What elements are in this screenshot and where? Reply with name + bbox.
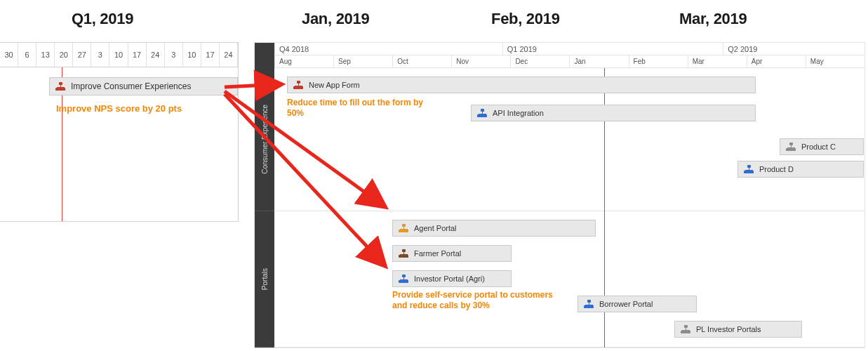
month-cell: Dec (510, 55, 569, 68)
feature-icon (293, 81, 303, 89)
bar-new-app-form[interactable]: New App Form (287, 77, 756, 93)
feature-icon (399, 224, 408, 232)
bar-label: Product C (801, 143, 836, 151)
bar-label: Agent Portal (414, 224, 457, 232)
feature-icon (584, 300, 594, 308)
month-cell: Apr (747, 55, 806, 68)
left-date-header: 30 6 13 20 27 3 10 17 24 3 10 17 24 (0, 42, 239, 67)
feature-icon (477, 109, 487, 117)
left-date-cell: 13 (36, 43, 55, 67)
chart-area[interactable]: New App Form API Integration Product C P… (274, 68, 864, 347)
swimlane-consumer-experience[interactable]: Consumer Experience (255, 68, 274, 211)
bar-label: Product D (759, 165, 794, 173)
left-roadmap-panel: 30 6 13 20 27 3 10 17 24 3 10 17 24 Impr… (0, 42, 239, 222)
header-q1: Q1, 2019 (72, 10, 133, 28)
note-form: Reduce time to fill out the form by 50% (287, 98, 427, 119)
quarter-cell: Q1 2019 (502, 43, 723, 55)
feature-icon (681, 325, 690, 333)
month-cell: Sep (333, 55, 392, 68)
bar-product-c[interactable]: Product C (780, 138, 864, 155)
right-roadmap-panel: Q4 2018 Q1 2019 Q2 2019 Aug Sep Oct Nov … (254, 42, 865, 348)
initiative-icon (55, 82, 65, 91)
left-note-nps: Improve NPS score by 20 pts (56, 102, 182, 115)
left-date-cell: 30 (0, 43, 18, 67)
feature-icon (399, 274, 408, 283)
month-cell: Mar (688, 55, 747, 68)
left-date-cell: 27 (73, 43, 91, 67)
bar-api-integration[interactable]: API Integration (471, 105, 756, 121)
bar-label: PL Investor Portals (696, 325, 761, 333)
bar-borrower-portal[interactable]: Borrower Portal (577, 296, 697, 312)
left-date-cell: 10 (183, 43, 201, 67)
month-cell: Nov (451, 55, 510, 68)
left-date-cell: 20 (55, 43, 73, 67)
left-date-cell: 17 (201, 43, 220, 67)
swimlane-labels: Consumer Experience Portals (255, 68, 274, 347)
left-date-cell: 3 (91, 43, 109, 67)
quarter-cell: Q4 2018 (274, 43, 502, 55)
left-date-cell: 24 (220, 43, 238, 67)
bar-investor-portal-agri[interactable]: Investor Portal (Agri) (392, 270, 512, 287)
header-jan: Jan, 2019 (302, 10, 369, 28)
bar-label: API Integration (493, 109, 544, 117)
swimlane-corner (255, 43, 274, 68)
note-portal: Provide self-service portal to customers… (392, 290, 554, 311)
left-date-cell: 3 (165, 43, 183, 67)
month-cell: May (806, 55, 864, 68)
header-feb: Feb, 2019 (491, 10, 560, 28)
bar-label: Borrower Portal (599, 300, 653, 308)
bar-label: Investor Portal (Agri) (414, 274, 485, 283)
feature-icon (786, 143, 796, 151)
quarter-header-row: Q4 2018 Q1 2019 Q2 2019 (274, 43, 864, 55)
initiative-bar-improve-consumer[interactable]: Improve Consumer Experiences (49, 77, 238, 95)
month-header-row: Aug Sep Oct Nov Dec Jan Feb Mar Apr May (274, 55, 864, 68)
left-date-cell: 10 (109, 43, 128, 67)
swimlane-portals[interactable]: Portals (255, 211, 274, 347)
bar-agent-portal[interactable]: Agent Portal (392, 220, 596, 237)
feature-icon (399, 249, 408, 258)
bar-label: New App Form (309, 81, 360, 89)
bar-label: Farmer Portal (414, 249, 461, 258)
left-date-cell: 24 (147, 43, 165, 67)
month-cell: Jan (569, 55, 628, 68)
initiative-label: Improve Consumer Experiences (71, 81, 191, 91)
bar-product-d[interactable]: Product D (737, 161, 864, 178)
month-cell: Oct (392, 55, 451, 68)
quarter-cell: Q2 2019 (723, 43, 864, 55)
bar-pl-investor-portals[interactable]: PL Investor Portals (674, 321, 802, 338)
feature-icon (744, 165, 754, 173)
left-date-cell: 17 (128, 43, 147, 67)
bar-farmer-portal[interactable]: Farmer Portal (392, 245, 512, 262)
month-cell: Aug (274, 55, 333, 68)
left-roadmap-body: Improve Consumer Experiences Improve NPS… (0, 67, 239, 222)
left-date-cell: 6 (18, 43, 36, 67)
month-cell: Feb (629, 55, 688, 68)
header-mar: Mar, 2019 (679, 10, 747, 28)
